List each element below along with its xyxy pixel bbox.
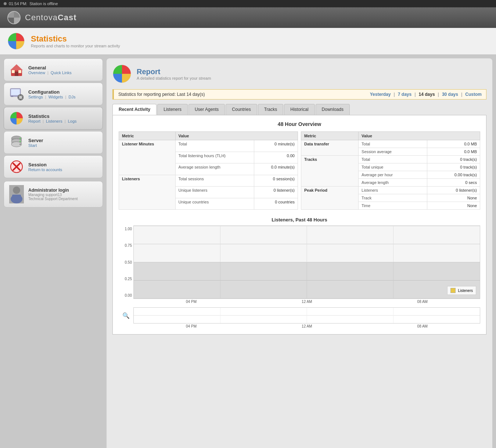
- listeners-label: Listeners: [119, 175, 176, 210]
- report-title-block: Report A detailed statistics report for …: [137, 68, 211, 80]
- peak-listeners-value: 0 listener(s): [427, 187, 480, 194]
- peak-period-label: Peak Period: [301, 187, 359, 210]
- total-sub: Total: [175, 140, 254, 152]
- sidebar-item-statistics[interactable]: Statistics Report | Listeners | Logs: [4, 107, 103, 130]
- sidebar: General Overview | Quick Links: [4, 58, 103, 448]
- sidebar-config-text: Configuration Settings | Widgets | DJs: [28, 89, 75, 99]
- chart-y-axis: 1.00 0.75 0.50 0.25 0.00: [119, 225, 133, 299]
- peak-track-sub: Track: [359, 194, 427, 202]
- page-subtitle: Reports and charts to monitor your strea…: [31, 44, 120, 48]
- tab-countries[interactable]: Countries: [226, 104, 257, 115]
- admin-name: Administrator login: [28, 188, 78, 193]
- tracks-label: Tracks: [301, 156, 359, 187]
- settings-link[interactable]: Settings: [28, 95, 43, 99]
- sidebar-item-server[interactable]: Server Start: [4, 131, 103, 154]
- table-row: Listeners Total sessions 0 session(s): [119, 175, 298, 187]
- 7days-link[interactable]: 7 days: [398, 92, 411, 97]
- sidebar-item-session[interactable]: Session Return to accounts: [4, 155, 103, 178]
- svg-rect-39: [134, 262, 480, 299]
- 30days-link[interactable]: 30 days: [442, 92, 458, 97]
- chart-x-labels: 04 PM 12 AM 08 AM: [119, 299, 480, 304]
- config-icon: [9, 87, 24, 101]
- total-value: 0 minute(s): [254, 140, 298, 152]
- report-icon: [112, 64, 132, 83]
- chart-svg: [134, 226, 480, 299]
- report-link[interactable]: Report: [28, 119, 40, 123]
- data-transfer-label: Data transfer: [301, 140, 359, 156]
- tabs: Recent Activity Listeners User Agents Co…: [112, 104, 486, 115]
- status-time: 01:54 PM:: [9, 1, 27, 6]
- djs-link[interactable]: DJs: [68, 95, 75, 99]
- tab-historical[interactable]: Historical: [284, 104, 315, 115]
- tab-tracks[interactable]: Tracks: [258, 104, 284, 115]
- sidebar-stats-title: Statistics: [28, 113, 77, 119]
- tab-recent-activity[interactable]: Recent Activity: [112, 104, 157, 115]
- table-row: Tracks Total 0 track(s): [301, 156, 480, 163]
- tab-user-agents[interactable]: User Agents: [188, 104, 225, 115]
- 14days-link[interactable]: 14 days: [419, 92, 435, 97]
- chart-area: Listeners: [133, 225, 480, 299]
- legend-label: Listeners: [458, 289, 473, 293]
- unique-listeners-sub: Unique listeners: [175, 187, 254, 198]
- unique-listeners-value: 0 listener(s): [254, 187, 298, 198]
- quicklinks-link[interactable]: Quick Links: [51, 71, 72, 75]
- y-label-50: 0.50: [119, 260, 132, 264]
- return-accounts-link[interactable]: Return to accounts: [28, 167, 62, 172]
- overview-link[interactable]: Overview: [28, 71, 45, 75]
- start-link[interactable]: Start: [28, 143, 37, 148]
- sidebar-stats-text: Statistics Report | Listeners | Logs: [28, 113, 77, 123]
- sidebar-session-links: Return to accounts: [28, 167, 62, 172]
- listener-minutes-label: Listener Minutes: [119, 140, 176, 175]
- peak-time-sub: Time: [359, 202, 427, 210]
- dt-total-value: 0.0 MB: [427, 140, 480, 148]
- tracks-total-sub: Total: [359, 156, 427, 163]
- overview-tables: Metric Value Listener Minutes Total 0 mi…: [119, 131, 480, 210]
- status-message: Station is offline: [29, 1, 58, 6]
- sidebar-server-title: Server: [28, 138, 43, 143]
- status-indicator: [4, 2, 7, 5]
- dt-total-sub: Total: [359, 140, 427, 148]
- tracks-total-value: 0 track(s): [427, 156, 480, 163]
- custom-link[interactable]: Custom: [465, 92, 482, 97]
- peak-time-value: None: [427, 202, 480, 210]
- unique-countries-value: 0 countries: [254, 198, 298, 210]
- mini-x-labels: 04 PM 12 AM 08 AM: [119, 324, 480, 328]
- admin-section: Administrator login Managing support13 T…: [4, 181, 103, 207]
- report-title: Report: [137, 68, 211, 76]
- content-area: Report A detailed statistics report for …: [107, 58, 492, 448]
- svg-point-27: [13, 187, 20, 194]
- svg-rect-29: [12, 195, 21, 202]
- x-label-12am: 12 AM: [302, 300, 312, 304]
- svg-rect-4: [12, 70, 15, 73]
- svg-rect-11: [20, 94, 21, 96]
- avg-session-value: 0.0 minute(s): [254, 163, 298, 175]
- tab-downloads[interactable]: Downloads: [316, 104, 350, 115]
- sidebar-item-general[interactable]: General Overview | Quick Links: [4, 58, 103, 81]
- listeners-link[interactable]: Listeners: [46, 119, 62, 123]
- widgets-link[interactable]: Widgets: [48, 95, 63, 99]
- svg-rect-5: [18, 70, 21, 73]
- svg-rect-13: [18, 97, 19, 98]
- sidebar-general-links: Overview | Quick Links: [28, 71, 72, 75]
- sidebar-general-title: General: [28, 65, 72, 71]
- y-label-100: 1.00: [119, 227, 132, 231]
- yesterday-link[interactable]: Yesterday: [370, 92, 391, 97]
- logs-link[interactable]: Logs: [68, 119, 77, 123]
- y-label-25: 0.25: [119, 277, 132, 281]
- right-metric-header: Metric: [301, 132, 359, 140]
- table-row: Peak Period Listeners 0 listener(s): [301, 187, 480, 194]
- session-avg-value: 0.0 MB: [427, 148, 480, 156]
- y-label-75: 0.75: [119, 243, 132, 248]
- house-icon: [9, 62, 24, 77]
- x-label-08am: 08 AM: [417, 300, 428, 304]
- svg-point-10: [19, 96, 22, 99]
- peak-track-value: None: [427, 194, 480, 202]
- chart-title: Listeners, Past 48 Hours: [119, 217, 480, 223]
- sidebar-general-text: General Overview | Quick Links: [28, 65, 72, 75]
- mini-x-04pm: 04 PM: [186, 324, 197, 328]
- tab-listeners[interactable]: Listeners: [157, 104, 188, 115]
- admin-avatar: [9, 185, 24, 203]
- sidebar-item-configuration[interactable]: Configuration Settings | Widgets | DJs: [4, 83, 103, 105]
- admin-dept: Technical Support Department: [28, 197, 78, 201]
- overview-title: 48 Hour Overview: [119, 121, 480, 127]
